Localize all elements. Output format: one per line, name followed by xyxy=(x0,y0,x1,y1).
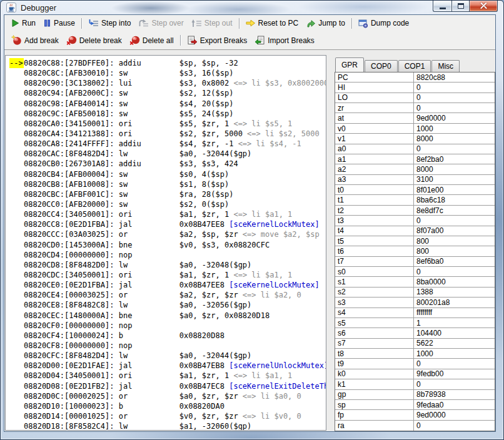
register-value[interactable]: 0 xyxy=(414,421,495,431)
reset-to-pc-button[interactable]: Reset to PC xyxy=(242,17,303,29)
register-value[interactable]: 3100 xyxy=(414,175,495,185)
register-value[interactable]: 8ba0000 xyxy=(414,277,495,287)
register-value[interactable]: 8000 xyxy=(414,164,495,174)
step-into-button[interactable]: Step into xyxy=(84,17,134,29)
disasm-line[interactable]: 08820C90:[3C138002]: lui$s3, 0x8002 <=> … xyxy=(9,78,326,88)
register-value[interactable]: 5622 xyxy=(414,339,495,349)
disasm-line[interactable]: 08820C98:[AFB40014]: sw$s4, 20($sp) xyxy=(9,99,326,109)
register-value[interactable]: 800 xyxy=(414,246,495,256)
disasm-line[interactable]: 08820D04:[34050001]: ori$a1, $zr, 1 <=> … xyxy=(9,371,326,381)
register-value[interactable]: 8ba6c18 xyxy=(414,195,495,205)
register-value[interactable]: 9fedaa0 xyxy=(414,400,495,410)
disasm-line[interactable]: 08820CD0:[1453000A]: bne$v0, $s3, 0x0882… xyxy=(9,240,326,250)
register-value[interactable]: 1 xyxy=(414,318,495,328)
register-value[interactable]: 1388 xyxy=(414,288,495,298)
disasm-line[interactable]: 08820CEC:[1480000A]: bne$a0, $zr, 0x0882… xyxy=(9,311,326,321)
pause-button[interactable]: Pause xyxy=(39,17,79,29)
tab-gpr[interactable]: GPR xyxy=(335,58,364,72)
register-value[interactable]: 0 xyxy=(414,379,495,389)
disasm-line[interactable]: 08820CA4:[34121388]: ori$s2, $zr, 5000 <… xyxy=(9,129,326,139)
register-value[interactable]: 8ef6ba0 xyxy=(414,257,495,267)
tab-cop1[interactable]: COP1 xyxy=(398,60,431,72)
disasm-line[interactable]: 08820CA0:[34150001]: ori$s5, $zr, 1 <=> … xyxy=(9,119,326,129)
register-value[interactable]: 0 xyxy=(414,82,495,92)
disasm-line[interactable]: 08820D18:[8F8582C4]: lw$a1, -32060($gp) xyxy=(9,421,326,431)
close-button[interactable] xyxy=(470,1,498,12)
disasm-line[interactable]: 08820D00:[0E2D1FAE]: jal0x08B47EB8 [sceK… xyxy=(9,361,326,371)
export-breaks-button[interactable]: Export Breaks xyxy=(183,34,251,48)
disasm-line[interactable]: 08820CB4:[AFB00004]: sw$s0, 4($sp) xyxy=(9,169,326,179)
disasm-line[interactable]: 08820CD8:[8F8482D0]: lw$a0, -32048($gp) xyxy=(9,260,326,270)
import-breaks-button[interactable]: Import Breaks xyxy=(251,34,318,48)
disasm-line[interactable]: 08820D10:[10000023]: b0x08820DA0 xyxy=(9,401,326,411)
tab-cop0[interactable]: COP0 xyxy=(365,60,398,72)
jump-to-button[interactable]: Jump to xyxy=(302,17,349,29)
run-button[interactable]: Run xyxy=(8,17,39,29)
disasm-line[interactable]: 08820CF8:[00000000]: nop xyxy=(9,341,326,351)
add-break-button[interactable]: Add break xyxy=(8,33,63,48)
register-value[interactable]: 104400 xyxy=(414,328,495,338)
disasm-line[interactable]: -->08820C88:[27BDFFE0]: addiu$sp, $sp, -… xyxy=(9,58,326,68)
disasm-line[interactable]: 08820CDC:[34050001]: ori$a1, $zr, 1 <=> … xyxy=(9,270,326,280)
register-value[interactable]: 1000 xyxy=(414,349,495,359)
disasm-line[interactable]: 08820CE4:[00003025]: or$a2, $zr, $zr <=>… xyxy=(9,290,326,300)
disasm-address-opcode: 08820CE0:[0E2D1FBA]: xyxy=(24,281,119,289)
disasm-line[interactable]: 08820CC0:[AFB20000]: sw$s2, 0($sp) xyxy=(9,199,326,209)
disasm-line[interactable]: 08820CAC:[8F8482D4]: lw$a0, -32044($gp) xyxy=(9,149,326,159)
register-value[interactable]: 8f01e00 xyxy=(414,185,495,195)
register-value[interactable]: 0 xyxy=(414,359,495,369)
disasm-line[interactable]: 08820CD4:[00000000]: nop xyxy=(9,250,326,260)
register-value[interactable]: 9fedb00 xyxy=(414,369,495,379)
toolbar-separator xyxy=(351,18,352,29)
register-name: s5 xyxy=(335,318,414,328)
maximize-button[interactable] xyxy=(451,1,470,12)
register-value[interactable]: 8ef2ba0 xyxy=(414,154,495,164)
delete-all-button[interactable]: Delete all xyxy=(126,33,178,48)
register-name: t3 xyxy=(335,216,414,226)
register-value[interactable]: 800 xyxy=(414,236,495,246)
register-value[interactable]: 0 xyxy=(414,144,495,154)
disasm-line[interactable]: 08820CF4:[10000024]: b0x08820D88 xyxy=(9,331,326,341)
titlebar[interactable]: Debugger xyxy=(1,1,503,14)
register-value[interactable]: 800201a8 xyxy=(414,298,495,308)
delete-break-button[interactable]: Delete break xyxy=(63,33,126,48)
disasm-line[interactable]: 08820CE0:[0E2D1FBA]: jal0x08B47EE8 [sceK… xyxy=(9,280,326,290)
tab-misc[interactable]: Misc xyxy=(431,60,460,72)
register-value[interactable]: 9ed0000 xyxy=(414,113,495,123)
register-value[interactable]: ffffffff xyxy=(414,308,495,318)
register-value[interactable]: 0 xyxy=(414,216,495,226)
disasm-line[interactable]: 08820CBC:[AFBF001C]: sw$ra, 28($sp) xyxy=(9,189,326,199)
disasm-line[interactable]: 08820C9C:[AFB50018]: sw$s5, 24($sp) xyxy=(9,109,326,119)
disasm-line[interactable]: 08820C8C:[AFB30010]: sw$s3, 16($sp) xyxy=(9,68,326,78)
register-value[interactable]: 1000 xyxy=(414,124,495,134)
disasm-line[interactable]: 08820D0C:[00002025]: or$a0, $zr, $zr <=>… xyxy=(9,391,326,401)
register-value[interactable]: 0 xyxy=(414,267,495,277)
disasm-line[interactable]: 08820CE8:[8F8482C8]: lw$a0, -32056($gp) xyxy=(9,300,326,310)
disasm-line[interactable]: 08820C94:[AFB2000C]: sw$s2, 12($sp) xyxy=(9,88,326,98)
register-value[interactable]: 0 xyxy=(414,103,495,113)
disasm-line[interactable]: 08820CA8:[2414FFFF]: addiu$s4, $zr, -1 <… xyxy=(9,139,326,149)
disasm-line[interactable]: 08820CFC:[8F8482D4]: lw$a0, -32044($gp) xyxy=(9,351,326,361)
disasm-line[interactable]: 08820CC4:[34050001]: ori$a1, $zr, 1 <=> … xyxy=(9,209,326,219)
minimize-button[interactable] xyxy=(433,1,451,12)
register-value[interactable]: 9ed0000 xyxy=(414,410,495,420)
disasm-mnemonic: bne xyxy=(119,311,179,321)
disasm-line[interactable]: 08820CB8:[AFB10008]: sw$s1, 8($sp) xyxy=(9,179,326,189)
step-out-button[interactable]: Step out xyxy=(188,17,236,29)
disasm-line[interactable]: 08820CB0:[267301A8]: addiu$s3, $s3, 424 xyxy=(9,159,326,169)
disasm-line[interactable]: 08820CCC:[03A03025]: or$a2, $sp, $zr <=>… xyxy=(9,229,326,239)
register-value[interactable]: 8b78938 xyxy=(414,390,495,400)
disasm-line[interactable]: 08820CC8:[0E2D1FBA]: jal0x08B47EE8 [sceK… xyxy=(9,219,326,229)
disasm-line[interactable]: 08820D08:[0E2D1FB2]: jal0x08B47EC8 [sceK… xyxy=(9,381,326,391)
jump-to-icon xyxy=(306,19,316,28)
disasm-line[interactable]: 08820CF0:[00000000]: nop xyxy=(9,321,326,331)
register-value[interactable]: 8820c88 xyxy=(414,72,495,82)
register-value[interactable]: 8000 xyxy=(414,134,495,144)
register-value[interactable]: 0 xyxy=(414,93,495,103)
dump-code-button[interactable]: Dump code xyxy=(355,17,413,30)
step-over-button[interactable]: Step over xyxy=(134,17,187,29)
jump-to-label: Jump to xyxy=(318,19,345,28)
register-value[interactable]: 8f07a00 xyxy=(414,226,495,236)
disasm-line[interactable]: 08820D14:[00001025]: or$v0, $zr, $zr <=>… xyxy=(9,411,326,421)
register-value[interactable]: 8e8df7c xyxy=(414,206,495,216)
